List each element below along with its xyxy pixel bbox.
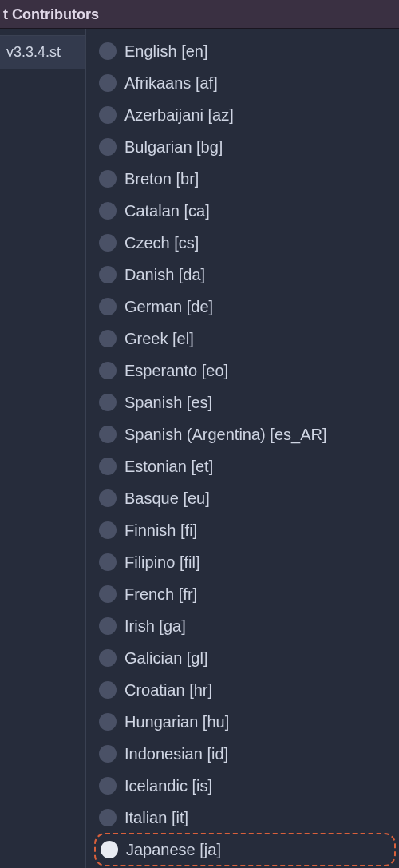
language-label: Azerbaijani [az] (124, 106, 234, 125)
language-radio-item[interactable]: Greek [el] (94, 323, 396, 355)
language-list-panel: English [en]Afrikaans [af]Azerbaijani [a… (86, 29, 399, 868)
radio-icon (99, 298, 117, 315)
radio-icon (99, 42, 117, 60)
language-label: Spanish [es] (124, 394, 212, 412)
language-label: Hungarian [hu] (124, 713, 229, 731)
language-label: Spanish (Argentina) [es_AR] (124, 426, 326, 444)
language-label: Bulgarian [bg] (124, 138, 223, 157)
language-radio-item[interactable]: Italian [it] (94, 802, 396, 834)
language-radio-item[interactable]: French [fr] (94, 578, 396, 610)
sidebar: v3.3.4.st (0, 29, 86, 868)
language-label: Catalan [ca] (124, 202, 210, 220)
radio-icon (99, 745, 117, 763)
language-radio-item[interactable]: Catalan [ca] (94, 195, 396, 227)
language-radio-item[interactable]: Icelandic [is] (94, 770, 396, 802)
language-label: Finnish [fi] (124, 521, 197, 540)
language-radio-item[interactable]: Irish [ga] (94, 610, 396, 642)
language-radio-item[interactable]: Afrikaans [af] (94, 67, 396, 99)
radio-icon (99, 458, 117, 475)
language-label: Croatian [hr] (124, 681, 212, 700)
language-label: Danish [da] (124, 266, 205, 284)
language-label: Filipino [fil] (124, 553, 200, 572)
radio-icon (99, 362, 117, 379)
language-label: Italian [it] (124, 809, 188, 827)
radio-icon (99, 713, 117, 731)
language-label: Czech [cs] (124, 234, 199, 252)
radio-icon (99, 234, 117, 252)
language-radio-item[interactable]: Breton [br] (94, 163, 396, 195)
radio-icon (99, 106, 117, 124)
language-radio-item[interactable]: Esperanto [eo] (94, 355, 396, 386)
radio-icon (99, 553, 117, 571)
language-radio-item[interactable]: English [en] (94, 35, 396, 67)
language-radio-item[interactable]: Czech [cs] (94, 227, 396, 259)
radio-icon (101, 841, 118, 858)
radio-icon (99, 777, 117, 795)
language-label: English [en] (124, 42, 208, 61)
radio-icon (99, 74, 117, 92)
radio-icon (99, 809, 117, 826)
language-label: Estonian [et] (124, 458, 213, 476)
language-label: Basque [eu] (124, 489, 210, 508)
language-radio-item[interactable]: German [de] (94, 291, 396, 323)
radio-icon (99, 489, 117, 507)
version-label: v3.3.4.st (6, 44, 61, 60)
content-area: v3.3.4.st English [en]Afrikaans [af]Azer… (0, 29, 399, 868)
radio-icon (99, 585, 117, 603)
language-radio-item[interactable]: Indonesian [id] (94, 738, 396, 770)
title-bar: t Contributors (0, 0, 399, 29)
language-radio-item[interactable]: Basque [eu] (94, 482, 396, 514)
language-label: Icelandic [is] (124, 777, 212, 795)
radio-icon (99, 426, 117, 443)
language-label: Indonesian [id] (124, 745, 228, 763)
radio-icon (99, 394, 117, 411)
radio-icon (99, 617, 117, 635)
language-label: Greek [el] (124, 330, 194, 348)
language-radio-item[interactable]: Galician [gl] (94, 642, 396, 674)
language-label: French [fr] (124, 585, 197, 604)
language-radio-item[interactable]: Azerbaijani [az] (94, 99, 396, 131)
language-label: Japanese [ja] (126, 841, 221, 859)
radio-icon (99, 649, 117, 667)
language-radio-item[interactable]: Spanish [es] (94, 386, 396, 418)
radio-icon (99, 681, 117, 699)
radio-icon (99, 138, 117, 156)
language-radio-item[interactable]: Hungarian [hu] (94, 706, 396, 738)
language-radio-item[interactable]: Spanish (Argentina) [es_AR] (94, 418, 396, 450)
language-radio-item[interactable]: Estonian [et] (94, 450, 396, 482)
radio-icon (99, 170, 117, 188)
language-label: Galician [gl] (124, 649, 208, 668)
language-label: Esperanto [eo] (124, 362, 228, 380)
radio-icon (99, 202, 117, 220)
language-label: Irish [ga] (124, 617, 186, 636)
radio-icon (99, 266, 117, 283)
language-label: Breton [br] (124, 170, 199, 188)
radio-icon (99, 330, 117, 347)
language-radio-item[interactable]: Japanese [ja] (94, 833, 396, 866)
language-radio-item[interactable]: Filipino [fil] (94, 546, 396, 578)
language-radio-item[interactable]: Bulgarian [bg] (94, 131, 396, 163)
language-radio-item[interactable]: Danish [da] (94, 259, 396, 291)
language-label: Afrikaans [af] (124, 74, 218, 93)
version-tab[interactable]: v3.3.4.st (0, 35, 85, 69)
language-radio-item[interactable]: Finnish [fi] (94, 514, 396, 546)
language-label: German [de] (124, 298, 213, 316)
language-radio-item[interactable]: Croatian [hr] (94, 674, 396, 706)
window-title: t Contributors (3, 6, 99, 22)
radio-icon (99, 521, 117, 539)
